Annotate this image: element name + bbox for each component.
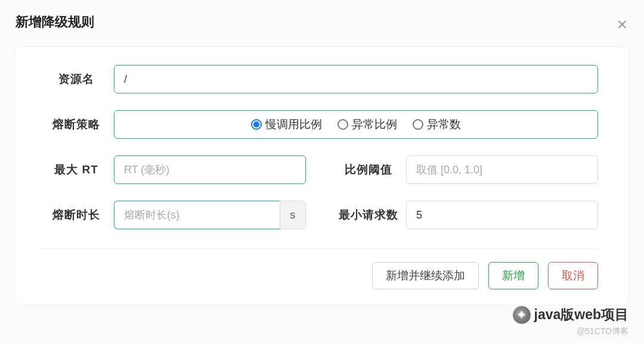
radio-icon <box>251 119 262 130</box>
break-time-input[interactable] <box>114 201 280 229</box>
min-req-input[interactable] <box>406 201 598 229</box>
modal-header: 新增降级规则 <box>0 0 644 43</box>
radio-label: 异常比例 <box>352 117 397 132</box>
label-resource: 资源名 <box>39 71 114 87</box>
label-max-rt: 最大 RT <box>39 162 114 177</box>
watermark-main: ✦ java版web项目 <box>513 305 629 324</box>
field-max-rt: 最大 RT <box>39 155 306 184</box>
modal-footer: 新增并继续添加 新增 取消 <box>39 262 598 289</box>
cancel-button[interactable]: 取消 <box>548 262 598 289</box>
ratio-input[interactable] <box>406 155 598 184</box>
form-panel: 资源名 熔断策略 慢调用比例 异常比例 <box>14 46 630 305</box>
radio-icon <box>413 119 423 130</box>
divider <box>39 248 598 249</box>
strategy-radio-group: 慢调用比例 异常比例 异常数 <box>114 110 598 139</box>
modal: 新增降级规则 × 资源名 熔断策略 慢调用比例 <box>0 0 644 343</box>
label-ratio: 比例阈值 <box>331 162 406 177</box>
field-ratio: 比例阈值 <box>331 155 598 184</box>
radio-exception-ratio[interactable]: 异常比例 <box>338 117 397 132</box>
radio-icon <box>338 119 348 130</box>
radio-slow-call[interactable]: 慢调用比例 <box>251 117 322 132</box>
field-strategy: 熔断策略 慢调用比例 异常比例 异常数 <box>39 110 598 139</box>
close-icon[interactable]: × <box>617 15 627 33</box>
add-button[interactable]: 新增 <box>488 262 538 289</box>
resource-input[interactable] <box>114 65 598 93</box>
field-resource: 资源名 <box>39 65 598 93</box>
modal-title: 新增降级规则 <box>16 13 628 31</box>
break-time-group: s <box>114 201 306 229</box>
label-strategy: 熔断策略 <box>39 117 114 132</box>
watermark-text: java版web项目 <box>534 305 629 324</box>
radio-exception-count[interactable]: 异常数 <box>413 117 461 132</box>
add-continue-button[interactable]: 新增并继续添加 <box>372 262 479 289</box>
radio-label: 慢调用比例 <box>265 117 322 132</box>
radio-label: 异常数 <box>427 117 461 132</box>
label-min-req: 最小请求数 <box>331 207 406 223</box>
watermark: ✦ java版web项目 @51CTO博客 <box>513 305 629 337</box>
unit-addon: s <box>280 201 306 229</box>
field-min-req: 最小请求数 <box>331 201 598 229</box>
wechat-icon: ✦ <box>513 306 531 324</box>
label-break-time: 熔断时长 <box>39 207 114 223</box>
max-rt-input[interactable] <box>114 155 306 184</box>
field-break-time: 熔断时长 s <box>39 201 306 229</box>
watermark-sub: @51CTO博客 <box>577 326 628 337</box>
